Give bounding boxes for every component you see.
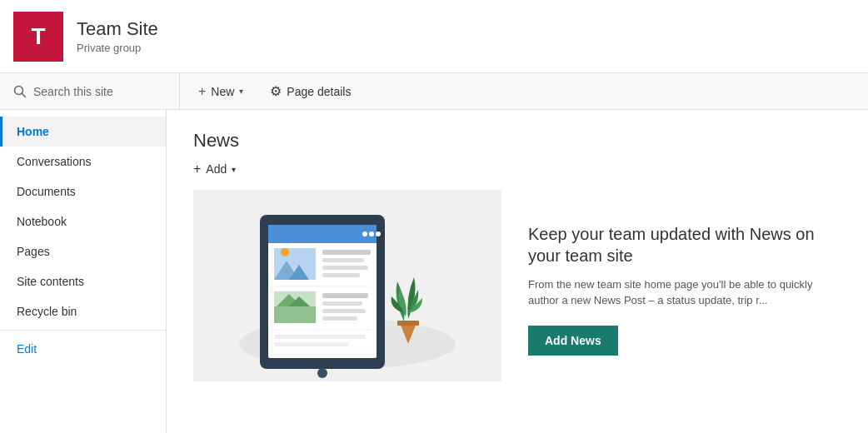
add-plus-icon: + xyxy=(193,162,201,177)
main-layout: HomeConversationsDocumentsNotebookPagesS… xyxy=(0,110,868,433)
svg-rect-28 xyxy=(274,342,349,346)
news-card: Keep your team updated with News on your… xyxy=(193,190,841,381)
svg-point-8 xyxy=(376,231,381,236)
nav-items: HomeConversationsDocumentsNotebookPagesS… xyxy=(0,117,166,326)
svg-point-7 xyxy=(369,231,374,236)
add-label: Add xyxy=(206,162,227,176)
svg-rect-24 xyxy=(322,309,366,313)
sidebar-item-conversations[interactable]: Conversations xyxy=(0,147,166,177)
sidebar-item-recycle-bin[interactable]: Recycle bin xyxy=(0,296,166,326)
nav-divider xyxy=(0,330,166,331)
news-headline: Keep your team updated with News on your… xyxy=(528,223,841,266)
svg-rect-25 xyxy=(322,316,357,321)
gear-icon: ⚙ xyxy=(270,83,282,99)
search-text: Search this site xyxy=(33,85,113,98)
section-title: News xyxy=(193,130,841,152)
news-illustration xyxy=(193,190,501,381)
plus-icon: + xyxy=(198,84,206,99)
svg-rect-22 xyxy=(322,293,368,298)
svg-rect-13 xyxy=(322,250,371,255)
page-details-button[interactable]: ⚙ Page details xyxy=(265,80,356,102)
new-button[interactable]: + New ▾ xyxy=(193,81,248,102)
svg-rect-5 xyxy=(268,225,377,243)
svg-rect-31 xyxy=(397,321,419,326)
svg-line-1 xyxy=(22,93,26,97)
svg-rect-19 xyxy=(274,306,316,323)
sidebar-item-edit[interactable]: Edit xyxy=(0,334,166,364)
new-label: New xyxy=(211,85,234,98)
sidebar-item-site-contents[interactable]: Site contents xyxy=(0,266,166,296)
svg-rect-14 xyxy=(322,258,364,262)
sidebar: HomeConversationsDocumentsNotebookPagesS… xyxy=(0,110,167,433)
add-news-button[interactable]: Add News xyxy=(528,326,618,356)
chevron-down-icon: ▾ xyxy=(239,87,243,96)
svg-point-29 xyxy=(317,368,327,378)
site-subtitle: Private group xyxy=(77,42,158,54)
news-desc: From the new team site home page you'll … xyxy=(528,276,841,309)
sidebar-item-home[interactable]: Home xyxy=(0,117,166,147)
site-title: Team Site xyxy=(77,18,158,40)
sidebar-item-notebook[interactable]: Notebook xyxy=(0,207,166,236)
main-content: News + Add ▾ xyxy=(167,110,868,433)
search-bar[interactable]: Search this site xyxy=(13,73,180,109)
site-logo-icon: T xyxy=(13,12,63,62)
svg-point-6 xyxy=(362,231,367,236)
site-header: T Team Site Private group xyxy=(0,0,868,73)
add-row[interactable]: + Add ▾ xyxy=(193,162,841,177)
toolbar-actions: + New ▾ ⚙ Page details xyxy=(180,80,356,102)
sidebar-item-pages[interactable]: Pages xyxy=(0,236,166,266)
svg-rect-15 xyxy=(322,266,368,270)
toolbar: Search this site + New ▾ ⚙ Page details xyxy=(0,73,868,110)
svg-point-12 xyxy=(281,248,289,256)
svg-rect-16 xyxy=(322,273,360,277)
add-chevron-icon: ▾ xyxy=(232,165,236,174)
sidebar-item-documents[interactable]: Documents xyxy=(0,177,166,207)
site-info: Team Site Private group xyxy=(77,18,158,54)
page-details-label: Page details xyxy=(287,85,351,98)
search-icon xyxy=(13,85,27,98)
news-info: Keep your team updated with News on your… xyxy=(528,190,841,381)
svg-rect-23 xyxy=(322,301,362,306)
svg-rect-27 xyxy=(274,335,366,339)
